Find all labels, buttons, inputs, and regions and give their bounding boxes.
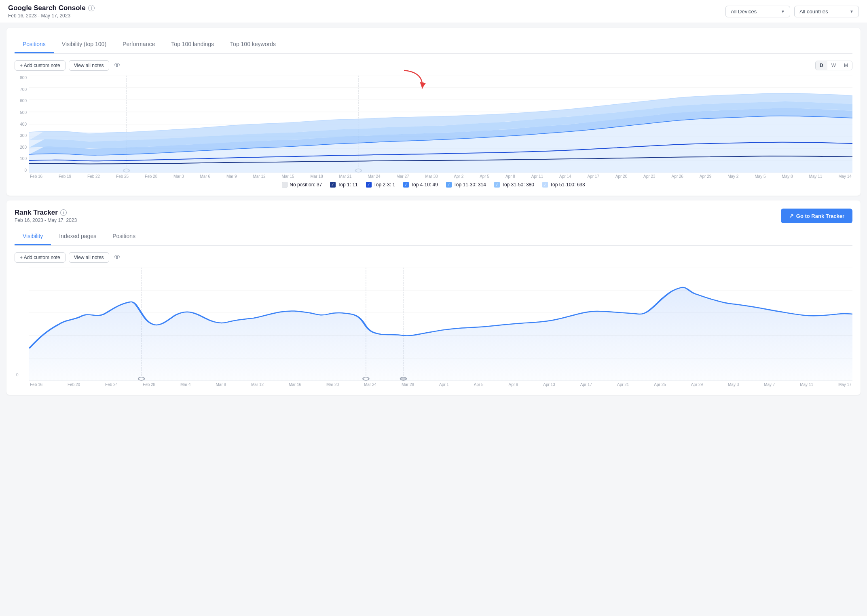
tab-landings[interactable]: Top 100 landings xyxy=(163,36,222,53)
legend-top1: ✓ Top 1: 11 xyxy=(330,182,357,188)
rank-tracker-date-range: Feb 16, 2023 - May 17, 2023 xyxy=(15,217,77,223)
period-day-button[interactable]: D xyxy=(816,61,827,70)
gsc-view-notes-button[interactable]: View all notes xyxy=(69,60,109,71)
rt-tab-positions[interactable]: Positions xyxy=(104,228,144,245)
rank-tracker-section: Rank Tracker i Feb 16, 2023 - May 17, 20… xyxy=(6,200,861,395)
rt-tab-indexed[interactable]: Indexed pages xyxy=(51,228,104,245)
countries-dropdown[interactable]: All countries ▼ xyxy=(794,6,859,17)
rt-tab-visibility[interactable]: Visibility xyxy=(15,228,51,245)
legend-top1-icon: ✓ xyxy=(330,182,336,188)
app-title-section: Google Search Console i Feb 16, 2023 - M… xyxy=(8,4,95,19)
filter-dropdowns: All Devices ▼ All countries ▼ xyxy=(725,6,859,17)
gsc-x-axis: Feb 16 Feb 19 Feb 22 Feb 25 Feb 28 Mar 3… xyxy=(29,174,852,179)
legend-top31-50: ✓ Top 31-50: 380 xyxy=(494,182,534,188)
go-to-rank-tracker-button[interactable]: ↗ Go to Rank Tracker xyxy=(781,209,852,223)
legend-top11-30: ✓ Top 11-30: 314 xyxy=(446,182,486,188)
gsc-section: Positions Visibility (top 100) Performan… xyxy=(6,28,861,196)
gsc-y-axis: 800 700 600 500 400 300 200 100 0 xyxy=(15,76,29,173)
rt-add-note-button[interactable]: + Add custom note xyxy=(15,252,66,263)
legend-top2-3-icon: ✓ xyxy=(366,182,372,188)
rt-x-axis: Feb 16 Feb 20 Feb 24 Feb 28 Mar 4 Mar 8 … xyxy=(29,382,852,387)
gsc-chart-svg-container: Feb 16 Feb 19 Feb 22 Feb 25 Feb 28 Mar 3… xyxy=(29,76,852,179)
period-month-button[interactable]: M xyxy=(840,61,852,70)
gsc-tabs: Positions Visibility (top 100) Performan… xyxy=(15,36,852,54)
top-bar: Google Search Console i Feb 16, 2023 - M… xyxy=(0,0,867,23)
rank-tracker-arrow-icon: ↗ xyxy=(789,213,794,219)
tab-performance[interactable]: Performance xyxy=(114,36,163,53)
legend-top51-100-icon: ✓ xyxy=(542,182,548,188)
legend-top2-3: ✓ Top 2-3: 1 xyxy=(366,182,395,188)
legend-no-position: No position: 37 xyxy=(282,182,322,188)
gsc-chart-controls: + Add custom note View all notes 👁 D W M xyxy=(15,60,852,71)
devices-chevron-icon: ▼ xyxy=(781,9,785,14)
rt-y-zero: 0 xyxy=(16,373,19,377)
date-range: Feb 16, 2023 - May 17, 2023 xyxy=(8,13,95,19)
rank-tracker-tabs: Visibility Indexed pages Positions xyxy=(15,228,852,246)
rt-chart-controls: + Add custom note View all notes 👁 xyxy=(15,252,852,263)
rt-chart-svg-container: Feb 16 Feb 20 Feb 24 Feb 28 Mar 4 Mar 8 … xyxy=(29,268,852,387)
legend-top4-10: ✓ Top 4-10: 49 xyxy=(403,182,438,188)
countries-chevron-icon: ▼ xyxy=(850,9,854,14)
rt-view-notes-button[interactable]: View all notes xyxy=(69,252,109,263)
app-title: Google Search Console i xyxy=(8,4,95,12)
legend-top11-30-icon: ✓ xyxy=(446,182,452,188)
legend-top4-10-icon: ✓ xyxy=(403,182,409,188)
gsc-chart-area: 800 700 600 500 400 300 200 100 0 xyxy=(15,76,852,179)
app-title-info-icon[interactable]: i xyxy=(88,5,95,11)
rt-y-axis xyxy=(15,268,29,381)
legend-no-position-icon xyxy=(282,182,288,188)
devices-dropdown[interactable]: All Devices ▼ xyxy=(725,6,790,17)
rt-note-buttons: + Add custom note View all notes 👁 xyxy=(15,252,122,263)
gsc-chart-svg xyxy=(29,76,852,173)
rank-tracker-header: Rank Tracker i Feb 16, 2023 - May 17, 20… xyxy=(15,209,852,223)
gsc-add-note-button[interactable]: + Add custom note xyxy=(15,60,66,71)
legend-top31-50-icon: ✓ xyxy=(494,182,500,188)
rt-eye-button[interactable]: 👁 xyxy=(112,252,122,263)
tab-positions[interactable]: Positions xyxy=(15,36,54,53)
rank-tracker-title-area: Rank Tracker i Feb 16, 2023 - May 17, 20… xyxy=(15,209,77,223)
gsc-legend: No position: 37 ✓ Top 1: 11 ✓ Top 2-3: 1… xyxy=(15,182,852,188)
rt-chart-svg xyxy=(29,268,852,381)
rank-tracker-title: Rank Tracker i xyxy=(15,209,77,217)
tab-visibility[interactable]: Visibility (top 100) xyxy=(54,36,114,53)
rt-chart-area: Feb 16 Feb 20 Feb 24 Feb 28 Mar 4 Mar 8 … xyxy=(15,268,852,387)
tab-keywords[interactable]: Top 100 keywords xyxy=(222,36,284,53)
gsc-eye-button[interactable]: 👁 xyxy=(112,60,122,71)
legend-top51-100: ✓ Top 51-100: 633 xyxy=(542,182,585,188)
gsc-note-buttons: + Add custom note View all notes 👁 xyxy=(15,60,122,71)
gsc-period-buttons: D W M xyxy=(815,61,852,70)
gsc-chart-wrapper: 800 700 600 500 400 300 200 100 0 xyxy=(15,76,852,179)
rank-tracker-info-icon[interactable]: i xyxy=(60,209,67,216)
period-week-button[interactable]: W xyxy=(827,61,840,70)
